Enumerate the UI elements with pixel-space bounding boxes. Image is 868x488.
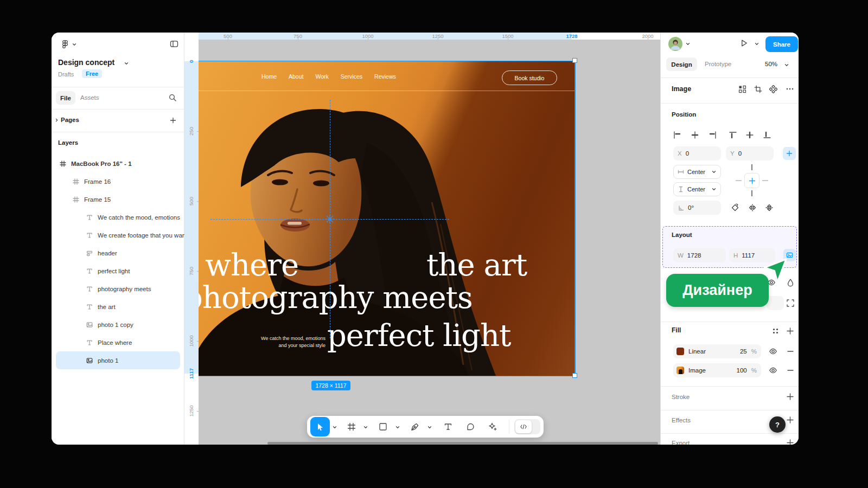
add-fill-icon[interactable] (786, 327, 794, 335)
avatar[interactable] (668, 37, 682, 51)
nav-link[interactable]: Work (315, 73, 328, 80)
constraint-tick-right[interactable] (762, 180, 768, 181)
layer-row-image-selected[interactable]: photo 1 (56, 351, 180, 369)
selected-image-frame[interactable]: Home About Work Services Reviews Book st… (199, 61, 575, 376)
present-icon[interactable] (739, 38, 749, 48)
comment-tool-icon[interactable] (466, 422, 475, 431)
more-options-icon[interactable] (786, 87, 794, 91)
horizontal-constraint-dropdown[interactable]: Center (673, 165, 721, 179)
align-horizontal-center-icon[interactable] (691, 131, 699, 139)
layer-row-text[interactable]: We create footage that you want (52, 226, 184, 244)
actions-tool-icon[interactable] (488, 422, 497, 431)
width-input[interactable]: W 1728 (673, 248, 726, 262)
present-chevron-icon[interactable] (754, 41, 760, 47)
layer-row-image[interactable]: photo 1 copy (52, 316, 184, 333)
layer-row-frame[interactable]: Frame 16 (52, 172, 184, 190)
shape-tool-icon[interactable] (379, 422, 387, 431)
y-position-input[interactable]: Y 0 (726, 146, 774, 160)
rotation-input[interactable]: 0° (673, 201, 721, 215)
flip-horizontal-icon[interactable] (748, 203, 757, 212)
breadcrumb[interactable]: Drafts (58, 71, 74, 78)
eye-icon[interactable] (769, 347, 777, 356)
x-position-input[interactable]: X 0 (673, 146, 721, 160)
layer-row-section[interactable]: header (52, 244, 184, 262)
add-export-icon[interactable] (786, 439, 794, 445)
linear-fill-swatch[interactable] (676, 348, 684, 355)
nav-link[interactable]: Home (261, 73, 277, 80)
fill-opacity-value[interactable]: 100 (737, 367, 747, 374)
share-button[interactable]: Share (765, 36, 798, 52)
y-label: Y (730, 150, 735, 157)
component-icon[interactable] (769, 85, 777, 93)
pen-tool-icon[interactable] (411, 422, 419, 431)
tab-design[interactable]: Design (666, 57, 697, 71)
flip-vertical-icon[interactable] (765, 203, 774, 212)
nav-link[interactable]: About (289, 73, 303, 80)
layer-row-text[interactable]: the art (52, 298, 184, 316)
pages-header[interactable]: Pages (61, 117, 79, 123)
fill-row-image[interactable]: Image 100 % (673, 363, 761, 377)
selection-handle-bottom-right[interactable] (572, 373, 577, 378)
pen-tool-chevron-icon[interactable] (427, 425, 432, 430)
remove-fill-icon[interactable] (786, 347, 795, 356)
layer-row-frame[interactable]: Frame 15 (52, 190, 184, 208)
text-tool-icon[interactable] (444, 422, 452, 431)
align-left-icon[interactable] (673, 131, 681, 139)
vertical-constraint-dropdown[interactable]: Center (673, 182, 721, 196)
add-position-property-button[interactable] (783, 147, 796, 160)
move-tool-chevron-icon[interactable] (332, 425, 337, 430)
help-button[interactable]: ? (769, 416, 786, 433)
instance-icon[interactable] (738, 85, 746, 93)
align-vertical-center-icon[interactable] (745, 131, 754, 139)
zoom-chevron-icon[interactable] (784, 62, 789, 68)
eye-icon[interactable] (769, 366, 777, 375)
layer-row-text[interactable]: photography meets (52, 280, 184, 298)
add-page-icon[interactable] (169, 117, 177, 124)
chevron-right-icon[interactable] (54, 118, 59, 123)
selection-handle-top-right[interactable] (572, 58, 577, 63)
book-studio-button[interactable]: Book studio (502, 70, 557, 85)
constraints-widget-center[interactable] (744, 173, 760, 188)
canvas[interactable]: 500 750 1000 1250 1500 1728 2000 0 250 5… (184, 33, 660, 445)
layer-row-frame[interactable]: MacBook Pro 16" - 1 (52, 155, 184, 172)
fill-row-linear[interactable]: Linear 25 % (673, 344, 761, 358)
frame-tool-icon[interactable] (347, 422, 356, 431)
rotate-icon[interactable] (731, 203, 739, 212)
layer-row-text[interactable]: perfect light (52, 262, 184, 280)
search-icon[interactable] (168, 93, 177, 102)
horizontal-scrollbar[interactable] (267, 442, 658, 445)
tab-prototype[interactable]: Prototype (705, 61, 731, 67)
tab-assets[interactable]: Assets (80, 94, 99, 101)
frame-tool-chevron-icon[interactable] (363, 425, 368, 430)
tab-file[interactable]: File (56, 91, 75, 105)
collapse-sidebar-icon[interactable] (170, 40, 178, 48)
align-top-icon[interactable] (729, 131, 737, 139)
ruler-label-selection: 1728 (566, 33, 577, 39)
nav-link[interactable]: Reviews (374, 73, 396, 80)
align-bottom-icon[interactable] (763, 131, 771, 139)
zoom-level[interactable]: 50% (765, 61, 777, 67)
shape-tool-chevron-icon[interactable] (395, 425, 400, 430)
nav-link[interactable]: Services (341, 73, 362, 80)
add-stroke-icon[interactable] (786, 393, 794, 401)
chevron-down-icon[interactable] (685, 41, 691, 47)
crop-icon[interactable] (754, 85, 762, 93)
constraint-tick-bottom[interactable] (751, 190, 752, 196)
move-tool-button[interactable] (310, 417, 330, 436)
chevron-down-icon[interactable] (124, 61, 129, 66)
layer-row-text[interactable]: We catch the mood, emotions (52, 208, 184, 226)
remove-fill-icon[interactable] (786, 366, 795, 375)
chevron-down-icon[interactable] (72, 42, 77, 47)
fill-opacity-value[interactable]: 25 (740, 348, 747, 355)
layer-row-text[interactable]: Place where (52, 333, 184, 351)
constraint-tick-left[interactable] (736, 180, 742, 181)
align-right-icon[interactable] (709, 131, 717, 139)
image-fill-thumbnail[interactable] (676, 367, 684, 374)
figma-logo-icon[interactable] (61, 40, 69, 48)
appearance-input-partial[interactable] (767, 296, 784, 310)
add-effect-icon[interactable] (786, 416, 794, 424)
constraint-tick-top[interactable] (751, 164, 752, 170)
dev-mode-toggle[interactable] (514, 419, 540, 434)
styles-icon[interactable] (771, 327, 780, 335)
expand-icon[interactable] (786, 299, 795, 307)
